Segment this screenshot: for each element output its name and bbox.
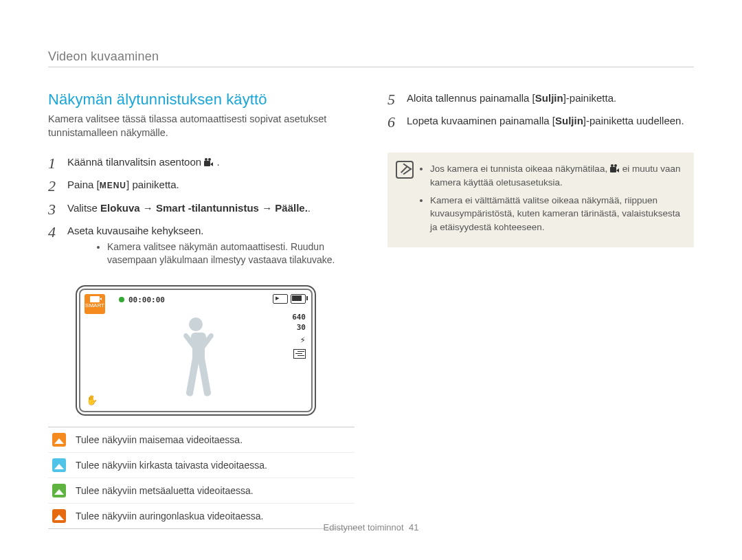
movie-mode-icon <box>610 166 620 173</box>
note-icon <box>396 161 414 179</box>
movie-mode-icon <box>204 159 214 167</box>
lcd-time: 00:00:00 <box>128 295 165 304</box>
landscape-icon <box>52 433 66 447</box>
step-number: 4 <box>48 223 67 240</box>
step-3: 3 Valitse Elokuva → Smart -tilantunnistu… <box>48 201 355 218</box>
intro-text: Kamera valitsee tässä tilassa automaatti… <box>48 113 355 139</box>
step-1: 1 Käännä tilanvalitsin asentoon . <box>48 155 355 172</box>
step-6: 6 Lopeta kuvaaminen painamalla [Suljin]-… <box>387 113 694 131</box>
metering-icon <box>293 349 306 359</box>
memory-card-icon <box>273 294 288 304</box>
step-5: 5 Aloita tallennus painamalla [Suljin]-p… <box>387 91 694 108</box>
step-4-text: Aseta kuvausaihe kehykseen. <box>67 225 203 236</box>
step-1-text: Käännä tilanvalitsin asentoon <box>67 156 204 168</box>
record-dot-icon <box>119 297 124 302</box>
sunset-icon <box>52 509 66 523</box>
lcd-fps: 30 <box>292 322 306 333</box>
smart-scene-badge-icon: SMART <box>85 294 105 314</box>
step-number: 6 <box>387 113 407 131</box>
page-footer: Edistyneet toiminnot 41 <box>0 522 742 533</box>
battery-icon <box>291 294 306 304</box>
person-silhouette-icon <box>170 315 221 411</box>
image-stabilizer-icon: ✋ <box>86 394 98 405</box>
table-row: Tulee näkyviin kirkasta taivasta videoit… <box>48 453 355 478</box>
lcd-preview: SMART 00:00:00 640 30 ⚡ <box>76 285 316 416</box>
step-number: 2 <box>48 177 67 194</box>
step-number: 1 <box>48 155 67 172</box>
note-box: Jos kamera ei tunnista oikeaa näkymätila… <box>387 153 694 247</box>
note-item-1: Jos kamera ei tunnista oikeaa näkymätila… <box>430 162 682 189</box>
sky-icon <box>52 458 66 472</box>
step-number: 5 <box>387 91 407 108</box>
step-4-sub: Kamera valitsee näkymän automaattisesti.… <box>107 240 355 267</box>
lcd-resolution: 640 <box>292 312 306 322</box>
flash-off-icon: ⚡ <box>292 333 306 347</box>
step-2: 2 Paina [MENU] painiketta. <box>48 177 355 194</box>
note-item-2: Kamera ei välttämättä valitse oikeaa näk… <box>430 194 682 234</box>
right-column: 5 Aloita tallennus painamalla [Suljin]-p… <box>387 91 694 529</box>
table-row: Tulee näkyviin maisemaa videoitaessa. <box>48 427 355 453</box>
menu-key-label: MENU <box>100 180 126 192</box>
step-number: 3 <box>48 201 67 218</box>
scene-icon-table: Tulee näkyviin maisemaa videoitaessa. Tu… <box>48 427 355 529</box>
step-4: 4 Aseta kuvausaihe kehykseen. Kamera val… <box>48 223 355 277</box>
forest-icon <box>52 484 66 497</box>
table-row: Tulee näkyviin metsäaluetta videoitaessa… <box>48 478 355 504</box>
section-title: Näkymän älytunnistuksen käyttö <box>48 91 355 109</box>
left-column: Näkymän älytunnistuksen käyttö Kamera va… <box>48 91 355 529</box>
breadcrumb: Videon kuvaaminen <box>48 49 694 67</box>
